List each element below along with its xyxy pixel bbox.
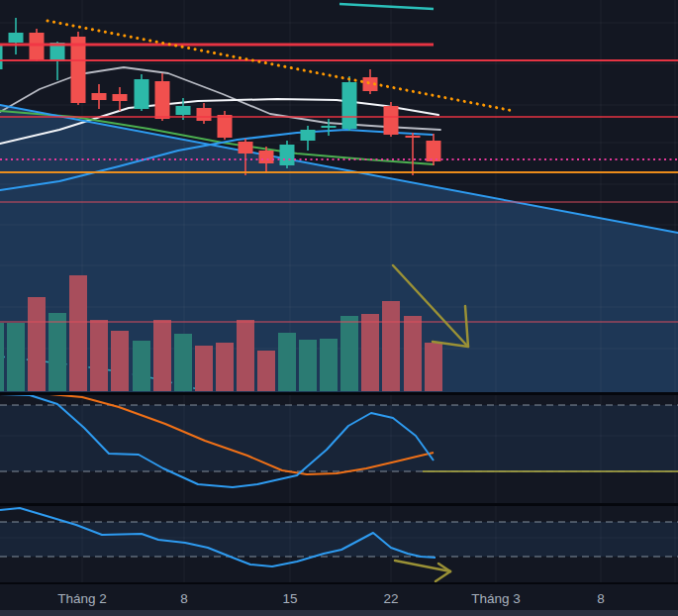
volume-bar bbox=[299, 340, 317, 391]
candle-body bbox=[280, 145, 295, 165]
volume-bar bbox=[69, 275, 87, 391]
pane-separator bbox=[0, 582, 678, 584]
candle-body bbox=[342, 82, 357, 129]
volume-bar bbox=[7, 323, 25, 391]
x-axis-label[interactable]: 8 bbox=[597, 591, 605, 606]
trading-chart[interactable]: Tháng 281522Tháng 38 bbox=[0, 0, 678, 616]
volume-bar bbox=[361, 314, 379, 391]
volume-bar bbox=[48, 313, 66, 391]
candle-body bbox=[427, 141, 441, 161]
volume-bar bbox=[28, 297, 46, 391]
bottom-scrollbar-strip[interactable] bbox=[0, 610, 678, 616]
x-axis-label[interactable]: 22 bbox=[383, 591, 398, 606]
volume-bar bbox=[195, 346, 213, 391]
volume-bar bbox=[257, 351, 275, 391]
chart-svg[interactable]: Tháng 281522Tháng 38 bbox=[0, 0, 678, 616]
candle-body bbox=[0, 45, 3, 69]
x-axis-label[interactable]: 15 bbox=[282, 591, 297, 606]
candle-body bbox=[406, 136, 421, 138]
candle-body bbox=[113, 94, 128, 101]
volume-bar bbox=[153, 320, 171, 391]
candle-body bbox=[176, 106, 191, 115]
candle-body bbox=[155, 81, 170, 119]
volume-bar bbox=[404, 316, 422, 391]
x-axis-label[interactable]: 8 bbox=[180, 591, 188, 606]
volume-bar bbox=[174, 334, 192, 391]
volume-bar bbox=[340, 316, 358, 391]
bottom-indicator-band bbox=[0, 522, 678, 557]
candle-body bbox=[322, 126, 337, 128]
candle-body bbox=[301, 130, 316, 141]
volume-bar bbox=[382, 301, 400, 391]
volume-bar bbox=[133, 341, 150, 391]
volume-bar bbox=[237, 320, 254, 391]
candle-body bbox=[135, 79, 149, 109]
candle-body bbox=[259, 151, 274, 163]
candle-body bbox=[384, 106, 399, 135]
x-axis-label[interactable]: Tháng 2 bbox=[57, 591, 107, 606]
volume-bar bbox=[111, 331, 129, 391]
volume-bar bbox=[278, 333, 296, 391]
volume-bar bbox=[425, 343, 442, 391]
candle-body bbox=[92, 93, 107, 100]
candle-body bbox=[9, 33, 24, 43]
volume-bar bbox=[216, 343, 234, 391]
volume-bar bbox=[0, 323, 4, 391]
candle-body bbox=[239, 142, 253, 154]
volume-bar bbox=[90, 320, 108, 391]
candle-body bbox=[197, 108, 212, 121]
pane-separator[interactable] bbox=[0, 503, 678, 506]
stochastic-band bbox=[0, 405, 678, 471]
candle-body bbox=[218, 115, 233, 138]
x-axis-label[interactable]: Tháng 3 bbox=[471, 591, 521, 606]
pane-separator[interactable] bbox=[0, 392, 678, 395]
volume-bar bbox=[320, 339, 338, 391]
candle-body bbox=[71, 37, 86, 103]
